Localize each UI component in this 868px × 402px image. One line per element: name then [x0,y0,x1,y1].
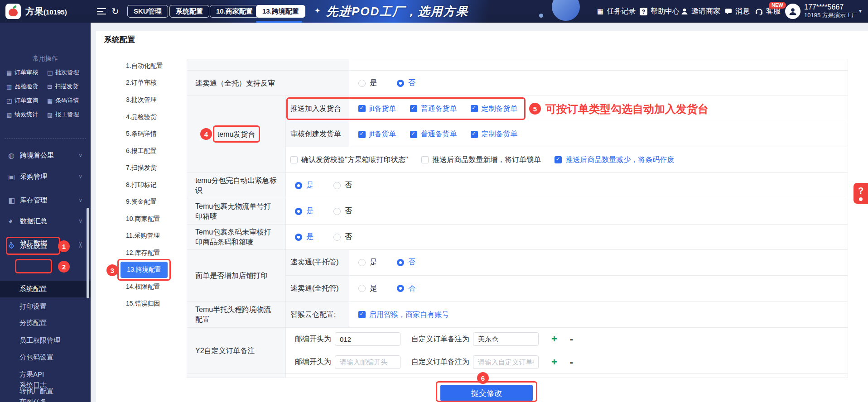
tab-sku[interactable]: SKU管理 [127,5,168,18]
topbar-task-record[interactable]: ▦ 任务记录 [597,0,636,23]
remove-row-button[interactable]: - [570,333,573,345]
avatar[interactable] [785,4,800,19]
quick-op-order-audit[interactable]: ▤订单审核 [6,68,38,77]
radio-no[interactable]: 否 [333,232,352,242]
sidebar-subitem-staff-permissions[interactable]: 员工权限管理 [19,336,60,345]
config-nav-15[interactable]: 15.错误归因 [126,300,160,308]
sidebar-subitem-fangguo-api[interactable]: 方果API [19,370,44,379]
radio-yes[interactable]: 是 [358,78,377,88]
user-info[interactable]: 177****5667 10195 方果演示工厂 [804,3,858,19]
sidebar-subitem-image-task[interactable]: 商图任务 [19,398,47,402]
row-temu-urgent-mark: temu分包完自动出紧急标识 是 否 [187,173,848,198]
scan-ship-icon: ⊟ [47,83,52,90]
chevron-down-icon: ∨ [78,173,82,180]
barcode-detail-icon: ▦ [47,97,53,104]
sidebar-subitem-subpack-code[interactable]: 分包码设置 [19,353,53,362]
tab-crossborder-config[interactable]: 13.跨境配置 [256,5,305,18]
config-nav-8[interactable]: 8.打印标记 [126,181,157,189]
zip-prefix-input[interactable] [335,332,400,346]
custom-remark-input-empty[interactable] [473,355,539,369]
radio-yes[interactable]: 是 [358,284,377,293]
submit-button[interactable]: 提交修改 [440,385,533,401]
config-nav-13-active[interactable]: 13.跨境配置 [121,262,168,278]
custom-remark-input[interactable] [473,332,539,346]
quick-op-scan-ship[interactable]: ⊟扫描发货 [47,82,78,91]
config-nav-2[interactable]: 2.订单审核 [126,79,157,87]
checkbox-verify-box-label[interactable]: 确认发货校验"方果箱唛打印状态" [290,155,408,165]
sidebar-item-system-settings[interactable]: ⚙系统设置∧ [0,239,91,253]
config-nav-6[interactable]: 6.报工配置 [126,147,157,155]
quick-op-batch-manage[interactable]: ◫批次管理 [47,68,79,77]
topbar-help-center[interactable]: ? 帮助中心 [640,0,680,23]
radio-yes[interactable]: 是 [295,232,313,242]
radio-no[interactable]: 否 [397,258,415,267]
config-nav-7[interactable]: 7.扫描发货 [126,164,157,172]
add-row-button[interactable]: + [551,356,557,368]
app-logo[interactable] [5,4,21,19]
config-nav-9[interactable]: 9.资金配置 [126,198,157,206]
config-nav-4[interactable]: 4.品检验货 [126,113,157,121]
sidebar-subitem-system-log-item[interactable]: 系统日志 [19,381,47,390]
active-tab-underline [256,21,302,23]
checkbox-normal[interactable]: 普通备货单 [410,129,457,139]
config-nav-12[interactable]: 12.库存配置 [126,249,160,257]
menu-fold-icon[interactable] [97,8,106,14]
subrow-label: 审核创建发货单 [286,122,349,147]
config-nav-1[interactable]: 1.自动化配置 [126,62,163,70]
radio-no[interactable]: 否 [397,284,415,293]
radio-yes[interactable]: 是 [295,206,313,216]
checkbox-qty-increase-lock[interactable]: 推送后商品数量新增，将订单锁单 [421,155,541,165]
quick-op-order-query[interactable]: ◰订单查询 [6,96,38,105]
topbar-invite-merchant[interactable]: 邀请商家 [681,0,720,23]
config-nav-11[interactable]: 11.采购管理 [126,232,159,240]
quick-ops-title: 常用操作 [0,55,91,63]
row-temu-no-tracking-print: Temu包裹无物流单号打印箱唛 是 否 [187,198,848,225]
batch-manage-icon: ◫ [47,69,53,76]
sidebar-item-crossborder-firstmile[interactable]: ◍跨境首公里∨ [0,148,91,162]
checkbox-jit[interactable]: jit备货单 [358,129,396,139]
radio-no[interactable]: 否 [333,206,352,216]
radio-no[interactable]: 否 [397,78,415,88]
config-nav-14[interactable]: 14.权限配置 [126,283,160,291]
sidebar-subitem-print-settings[interactable]: 打印设置 [19,302,47,311]
sidebar-item-inventory[interactable]: ◧库存管理∨ [0,193,91,207]
checkbox-custom[interactable]: 定制备货单 [471,104,518,114]
checkbox-custom[interactable]: 定制备货单 [471,129,518,139]
sidebar-subitem-system-config[interactable]: 系统配置 [19,285,47,294]
quick-op-qc-inspect[interactable]: ▥品检验货 [6,82,38,91]
remove-row-button[interactable]: - [570,356,573,368]
refresh-icon[interactable]: ↻ [111,0,119,23]
config-nav-3[interactable]: 3.批次管理 [126,96,157,104]
quick-op-barcode-detail[interactable]: ▦条码详情 [47,96,79,105]
message-icon [725,8,732,15]
radio-yes[interactable]: 是 [295,181,313,190]
tab-system-config[interactable]: 系统配置 [169,5,209,18]
tab-merchant-config[interactable]: 10.商家配置 [210,5,259,18]
topbar-messages[interactable]: 消息 [725,0,750,23]
customer-service-float-button[interactable]: ? [854,183,868,204]
helper-dot-icon [859,197,863,201]
radio-yes[interactable]: 是 [358,258,377,267]
add-row-button[interactable]: + [551,333,557,345]
quick-op-performance-stats[interactable]: ▧绩效统计 [6,110,38,119]
subrow-label: 速卖通(半托管) [286,250,349,275]
checkbox-qty-decrease-void[interactable]: 推送后商品数量减少，将条码作废 [555,155,674,165]
radio-no[interactable]: 否 [333,181,352,190]
sidebar-scrollbar[interactable] [87,208,89,298]
user-dropdown-caret-icon[interactable]: ▼ [858,0,863,23]
sidebar-item-data-summary[interactable]: ◕数据汇总∨ [0,214,91,228]
quick-op-work-report[interactable]: ▨报工管理 [47,110,79,119]
checkbox-enable-zhihou[interactable]: 启用智猴，商家自有账号 [358,310,449,320]
apple-logo-icon [9,9,18,16]
config-nav-5[interactable]: 5.条码详情 [126,130,157,138]
checkbox-jit[interactable]: jit备货单 [358,104,396,114]
checkbox-normal[interactable]: 普通备货单 [410,104,457,114]
custom-remark-label: 自定义订单备注为 [411,357,469,367]
config-nav-10[interactable]: 10.商家配置 [126,215,160,223]
avatar-person-icon [788,7,797,16]
sidebar-subitem-sorting-config[interactable]: 分拣配置 [19,319,47,328]
subrow-aliexpress-semi: 速卖通(半托管) 是 否 [286,250,848,276]
sidebar-item-purchase[interactable]: ▣采购管理∨ [0,170,91,183]
zip-prefix-input-empty[interactable] [335,355,400,369]
order-query-icon: ◰ [6,97,12,104]
